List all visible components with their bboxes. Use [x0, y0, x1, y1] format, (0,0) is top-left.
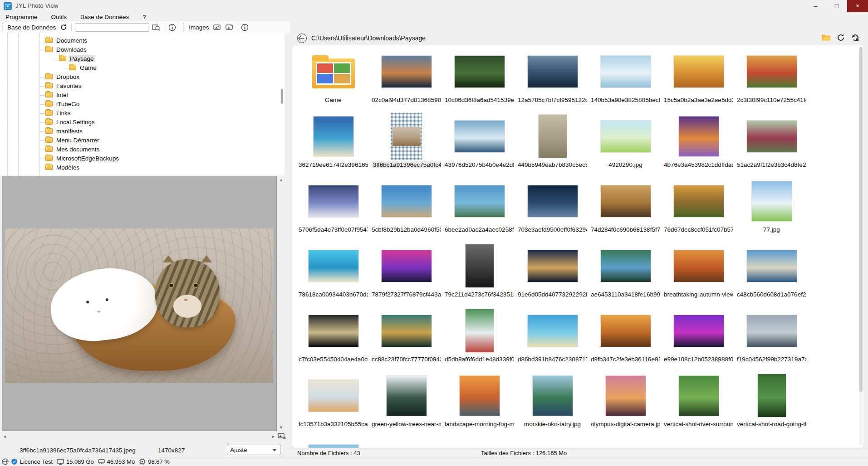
file-item-item[interactable] [297, 437, 370, 448]
app-status-bar: Licence Test 15.089 Go 46.953 Mo 98.67 % [0, 457, 868, 466]
file-name-label: 76d67dec8ccf051fc07b57f7... [664, 226, 733, 234]
tree-item-local-settings[interactable]: Local Settings [0, 118, 284, 127]
folder-item-game[interactable]: Game [297, 48, 370, 112]
scroll-down-icon[interactable]: ▼ [279, 426, 283, 430]
file-item-449b5949eab7b830c5ec5a4[interactable]: 449b5949eab7b830c5ec5a4... [516, 112, 589, 177]
file-item-morskie-oko-tatry-jpg[interactable]: morskie-oko-tatry.jpg [516, 372, 589, 437]
file-item-d5db9af6f6dd1e48d339f03f[interactable]: d5db9af6f6dd1e48d339f03f... [443, 307, 516, 372]
file-item-02c0af94d377d81368590d9d[interactable]: 02c0af94d377d81368590d9d... [370, 48, 443, 112]
file-item-78618ca00934403b670da09[interactable]: 78618ca00934403b670da09... [297, 242, 370, 307]
refresh-folder-icon[interactable] [835, 32, 846, 43]
file-item-vertical-shot-river-surroun[interactable]: vertical-shot-river-surroun... [662, 372, 735, 437]
thumbnail [735, 48, 808, 95]
menu-base-de-donnees[interactable]: Base de Données [80, 14, 129, 20]
file-item-green-yellow-trees-near-m[interactable]: green-yellow-trees-near-m... [370, 372, 443, 437]
file-item-91e6d05dd40773292292bad[interactable]: 91e6d05dd40773292292bad... [516, 242, 589, 307]
file-item-vertical-shot-road-going-th[interactable]: vertical-shot-road-going-th... [735, 372, 808, 437]
file-name-label: 6bee2ad0ac2a4aec0258f093... [445, 226, 514, 234]
scroll-left-icon[interactable]: ◄ [3, 435, 7, 439]
file-item-landscape-morning-fog-m[interactable]: landscape-morning-fog-m... [443, 372, 516, 437]
file-item-cc88c23f70fcc77770f094298[interactable]: cc88c23f70fcc77770f094298... [370, 307, 443, 372]
search-input[interactable] [75, 23, 148, 32]
search-image-icon[interactable] [152, 23, 161, 32]
file-item-c48cb560d608d1a076ef2cc4[interactable]: c48cb560d608d1a076ef2cc4... [735, 242, 808, 307]
tree-item-paysage[interactable]: Paysage [0, 54, 284, 63]
refresh-database-icon[interactable] [59, 23, 68, 32]
tree-item-documents[interactable]: Documents [0, 36, 284, 45]
tree-item-dropbox[interactable]: Dropbox [0, 73, 284, 82]
preview-info-row: 3ff6bc1a91396ec75a0fc4a736417435.jpeg 14… [0, 444, 290, 458]
tree-item-mod-les[interactable]: Modèles [0, 163, 284, 172]
file-item-77-jpg[interactable]: 77.jpg [735, 177, 808, 242]
image-thumbnail [309, 445, 358, 448]
tree-item-menu-d-marrer[interactable]: Menu Démarrer [0, 136, 284, 145]
close-button[interactable]: × [847, 0, 868, 12]
tree-item-label: manifests [55, 128, 84, 135]
tree-item-favorites[interactable]: Favorites [0, 82, 284, 91]
file-item-f19c04562f99b227319a7aef7[interactable]: f19c04562f99b227319a7aef7... [735, 307, 808, 372]
file-name-label: c48cb560d608d1a076ef2cc4... [737, 291, 806, 299]
file-name-label: 15c5a0b2a3ae3e2ae5dd3c1... [664, 97, 733, 104]
grid-scrollbar[interactable] [859, 47, 863, 445]
file-item-ae6453110a3418fe16b993ef[interactable]: ae6453110a3418fe16b993ef... [589, 242, 662, 307]
folder-icon [45, 92, 53, 97]
open-folder-icon[interactable] [821, 32, 832, 43]
file-item-6bee2ad0ac2a4aec0258f093[interactable]: 6bee2ad0ac2a4aec0258f093... [443, 177, 516, 242]
maximize-button[interactable]: □ [826, 0, 847, 12]
scroll-right-icon[interactable]: ► [271, 435, 275, 439]
tree-item-microsoftedgebackups[interactable]: MicrosoftEdgeBackups [0, 154, 284, 163]
current-path: C:\Users\Utilisateur\Downloads\Paysage [311, 34, 426, 42]
image-thumbnail [466, 309, 494, 352]
file-item-76d67dec8ccf051fc07b57f7[interactable]: 76d67dec8ccf051fc07b57f7... [662, 177, 735, 242]
file-item-15c5a0b2a3ae3e2ae5dd3c1[interactable]: 15c5a0b2a3ae3e2ae5dd3c1... [662, 48, 735, 112]
file-item-4920290-jpg[interactable]: 4920290.jpg [589, 112, 662, 177]
tree-item-manifests[interactable]: manifests [0, 127, 284, 136]
tree-scrollbar[interactable] [281, 89, 283, 104]
file-item-d86bd391b8476c2308717c0[interactable]: d86bd391b8476c2308717c0... [516, 307, 589, 372]
image-rotate-left-icon[interactable] [212, 23, 221, 32]
tree-connector [40, 86, 44, 87]
file-item-e99e108c12b05238988f097e[interactable]: e99e108c12b05238988f097e... [662, 307, 735, 372]
file-item-362719ee6174f2e3961655ce[interactable]: 362719ee6174f2e3961655ce... [297, 112, 370, 177]
minimize-button[interactable]: – [805, 0, 826, 12]
menu-outils[interactable]: Outils [51, 14, 67, 20]
file-item-2c3f30f99c110e7255c41fefd[interactable]: 2c3f30f99c110e7255c41fefd... [735, 48, 808, 112]
images-info-icon[interactable] [240, 23, 250, 32]
file-item-10c06d36f8a6ad541539e236[interactable]: 10c06d36f8a6ad541539e236... [443, 48, 516, 112]
menu-help[interactable]: ? [142, 14, 146, 20]
thumbnail [516, 177, 589, 225]
file-item-breathtaking-autumn-view[interactable]: breathtaking-autumn-view... [662, 242, 735, 307]
file-item-7879f27327f76879cf443ad2[interactable]: 7879f27327f76879cf443ad2... [370, 242, 443, 307]
redo-icon[interactable] [850, 32, 861, 43]
tree-item-mes-documents[interactable]: Mes documents [0, 145, 284, 154]
file-item-c7fc03e55450404ae4a0c68b[interactable]: c7fc03e55450404ae4a0c68b... [297, 307, 370, 372]
file-item-79c211d4273c76f3423518ab[interactable]: 79c211d4273c76f3423518ab... [443, 242, 516, 307]
file-item-4b76e3a453982c1ddffdadb[interactable]: 4b76e3a453982c1ddffdadb... [662, 112, 735, 177]
tree-item-game[interactable]: Game [0, 63, 284, 73]
tree-item-links[interactable]: Links [0, 109, 284, 118]
image-rotate-right-icon[interactable] [225, 23, 234, 32]
database-info-icon[interactable] [167, 23, 177, 32]
scroll-up-icon[interactable]: ▲ [279, 178, 283, 182]
file-item-d9fb347c2fe3eb36116e9214[interactable]: d9fb347c2fe3eb36116e9214... [589, 307, 662, 372]
file-item-fc13571b3a332105b55ca9d4[interactable]: fc13571b3a332105b55ca9d4... [297, 372, 370, 437]
file-item-51ac2a9f1f2e3b3c4d8fe2a1[interactable]: 51ac2a9f1f2e3b3c4d8fe2a1... [735, 112, 808, 177]
file-item-703e3aefd9500eff0f63294bc[interactable]: 703e3aefd9500eff0f63294bc... [516, 177, 589, 242]
file-item-3ff6bc1a91396ec75a0fc4a73[interactable]: 3ff6bc1a91396ec75a0fc4a73... [370, 112, 443, 177]
preview-image [5, 228, 273, 383]
menu-programme[interactable]: Programme [5, 14, 38, 20]
file-item-5cbf8b29b12ba0d4960f509[interactable]: 5cbf8b29b12ba0d4960f509... [370, 177, 443, 242]
back-button[interactable] [297, 34, 307, 43]
file-item-12a5785c7bf7cf9595122d7b[interactable]: 12a5785c7bf7cf9595122d7b... [516, 48, 589, 112]
file-item-43976d52075b4b0e4e2df60[interactable]: 43976d52075b4b0e4e2df60... [443, 112, 516, 177]
tree-item-itubego[interactable]: iTubeGo [0, 100, 284, 109]
file-item-5706f5da4e73ff0e07f9547e4[interactable]: 5706f5da4e73ff0e07f9547e4... [297, 177, 370, 242]
zoom-mode-select[interactable]: Ajusté [227, 445, 280, 455]
file-item-olympus-digital-camera-jpg[interactable]: olympus-digital-camera.jpg [589, 372, 662, 437]
tree-item-downloads[interactable]: Downloads [0, 45, 284, 54]
tree-item-intel[interactable]: Intel [0, 91, 284, 100]
file-item-74d284f0c690b68138f5f7fb6[interactable]: 74d284f0c690b68138f5f7fb6... [589, 177, 662, 242]
close-preview-icon[interactable] [278, 432, 286, 440]
file-name-label: cc88c23f70fcc77770f094298... [372, 356, 441, 364]
file-item-140b53a98e3825805bec89e[interactable]: 140b53a98e3825805bec89e... [589, 48, 662, 112]
